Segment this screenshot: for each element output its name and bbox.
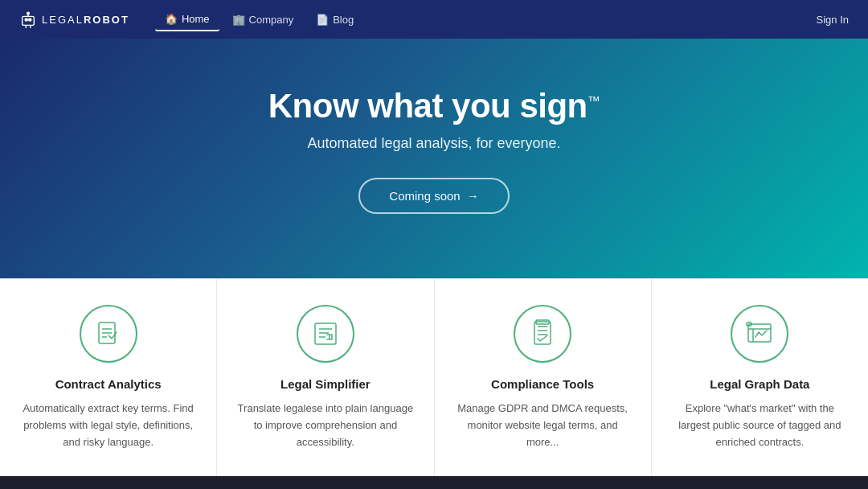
hero-title: Know what you sign™ — [268, 87, 600, 125]
nav-company[interactable]: 🏢 Company — [223, 8, 304, 31]
hero-subtitle: Automated legal analysis, for everyone. — [307, 135, 560, 152]
blog-icon: 📄 — [316, 14, 329, 26]
feature-title-graph: Legal Graph Data — [671, 377, 849, 391]
brand-text: LEGAL ROBOT — [42, 14, 129, 26]
feature-desc-graph: Explore "what's market" with the largest… — [671, 401, 849, 450]
home-icon: 🏠 — [165, 13, 178, 25]
contract-analytics-icon — [94, 319, 123, 348]
compliance-tools-icon — [528, 319, 557, 348]
brand-logo[interactable]: LEGAL ROBOT — [19, 10, 129, 28]
nav-home[interactable]: 🏠 Home — [155, 8, 219, 31]
feature-compliance-tools: Compliance Tools Manage GDPR and DMCA re… — [435, 279, 652, 476]
svg-rect-0 — [23, 16, 35, 25]
feature-legal-graph: Legal Graph Data Explore "what's market"… — [652, 279, 868, 476]
legal-graph-icon-wrap — [731, 305, 788, 363]
company-icon: 🏢 — [232, 14, 245, 26]
svg-point-6 — [27, 12, 30, 14]
feature-title-simplifier: Legal Simplifier — [236, 377, 414, 391]
feature-desc-analytics: Automatically extract key terms. Find pr… — [19, 401, 197, 450]
hero-section: Know what you sign™ Automated legal anal… — [0, 39, 868, 278]
nav-blog[interactable]: 📄 Blog — [306, 8, 363, 31]
feature-desc-compliance: Manage GDPR and DMCA requests, monitor w… — [454, 401, 632, 450]
feature-desc-simplifier: Translate legalese into plain language t… — [236, 401, 414, 450]
feature-contract-analytics: Contract Analytics Automatically extract… — [0, 279, 217, 476]
sign-in-link[interactable]: Sign In — [817, 14, 849, 26]
legal-graph-icon — [745, 319, 774, 348]
feature-title-analytics: Contract Analytics — [19, 377, 197, 391]
footer: 🏢 Company Blog Careers Press Security 📌 … — [0, 476, 868, 489]
robot-icon — [19, 10, 37, 28]
feature-legal-simplifier: Legal Simplifier Translate legalese into… — [217, 279, 434, 476]
features-section: Contract Analytics Automatically extract… — [0, 278, 868, 476]
legal-simplifier-icon-wrap — [297, 305, 354, 363]
compliance-tools-icon-wrap — [514, 305, 571, 363]
svg-rect-16 — [534, 322, 551, 344]
feature-title-compliance: Compliance Tools — [454, 377, 632, 391]
contract-analytics-icon-wrap — [80, 305, 137, 363]
svg-rect-1 — [25, 18, 27, 21]
navbar: LEGAL ROBOT 🏠 Home 🏢 Company 📄 Blog Sign… — [0, 0, 868, 39]
coming-soon-button[interactable]: Coming soon → — [358, 178, 509, 214]
nav-links: 🏠 Home 🏢 Company 📄 Blog — [155, 8, 817, 31]
svg-rect-2 — [29, 18, 31, 21]
legal-simplifier-icon — [311, 319, 340, 348]
svg-rect-11 — [315, 323, 336, 344]
